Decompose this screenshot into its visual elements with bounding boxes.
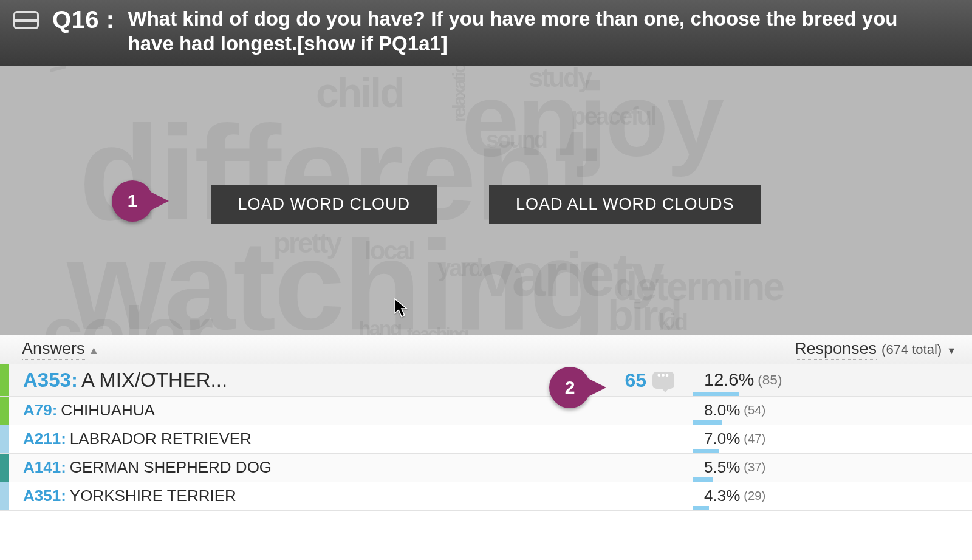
table-row[interactable]: A79:CHIHUAHUA8.0%(54) <box>0 397 972 425</box>
row-stripe <box>0 454 9 482</box>
response-count: (37) <box>744 460 765 474</box>
response-percent: 4.3% <box>704 487 740 505</box>
row-stripe <box>0 482 9 510</box>
table-row[interactable]: A351:YORKSHIRE TERRIER4.3%(29) <box>0 482 972 511</box>
answer-code: A351: <box>23 487 66 505</box>
response-count: (29) <box>744 489 765 503</box>
answer-text: YORKSHIRE TERRIER <box>70 487 236 505</box>
answers-header-label: Answers <box>22 340 85 360</box>
answer-code: A141: <box>23 458 66 477</box>
question-text: What kind of dog do you have? If you hav… <box>128 6 912 56</box>
bg-word: kid <box>659 309 686 335</box>
cursor-icon <box>394 298 409 319</box>
response-bar <box>693 449 719 453</box>
response-bar <box>693 506 709 510</box>
answer-text: GERMAN SHEPHERD DOG <box>70 458 272 477</box>
annotation-marker-2: 2 <box>549 367 590 408</box>
bg-word: local <box>364 236 414 265</box>
card-icon <box>13 11 39 29</box>
row-stripe <box>0 425 9 453</box>
comment-count[interactable]: 65 <box>625 369 674 392</box>
annotation-marker-1: 1 <box>112 180 153 222</box>
answer-cell: A351:YORKSHIRE TERRIER <box>9 487 693 505</box>
comment-icon <box>652 372 674 389</box>
response-cell: 7.0%(47) <box>693 425 972 453</box>
bg-word: peaceful <box>571 103 655 130</box>
load-word-cloud-button[interactable]: LOAD WORD CLOUD <box>211 185 437 224</box>
responses-header-label: Responses <box>795 340 877 360</box>
answer-cell: A211:LABRADOR RETRIEVER <box>9 429 693 448</box>
table-header: Answers ▲ Responses (674 total) ▼ <box>0 335 972 364</box>
response-percent: 7.0% <box>704 429 740 448</box>
answer-code: A79: <box>23 401 57 420</box>
response-percent: 8.0% <box>704 401 740 420</box>
answer-code: A211: <box>23 429 66 448</box>
response-cell: 4.3%(29) <box>693 482 972 510</box>
row-stripe <box>0 397 9 425</box>
response-cell: 12.6%(85) <box>693 364 972 396</box>
load-all-word-clouds-button[interactable]: LOAD ALL WORD CLOUDS <box>489 185 761 224</box>
answer-code: A353: <box>23 369 78 392</box>
response-percent: 12.6% <box>704 370 754 390</box>
table-row[interactable]: A353:A MIX/OTHER...65212.6%(85) <box>0 364 972 397</box>
answer-text: LABRADOR RETRIEVER <box>70 429 252 448</box>
answer-cell: A79:CHIHUAHUA <box>9 401 693 420</box>
responses-total-label: (674 total) <box>881 342 942 358</box>
comment-count-number: 65 <box>625 369 646 392</box>
bg-word: determine <box>614 264 783 309</box>
response-bar <box>693 420 722 425</box>
answer-cell: A141:GERMAN SHEPHERD DOG <box>9 458 693 477</box>
annotation-marker-2-number: 2 <box>565 377 575 398</box>
response-count: (85) <box>758 372 782 388</box>
responses-column-header[interactable]: Responses (674 total) ▼ <box>795 340 956 360</box>
bg-word: watchingthe <box>39 66 72 72</box>
bg-word: teaching <box>407 324 467 335</box>
wordcloud-area: different enjoy watching color study chi… <box>0 66 972 335</box>
answer-text: A MIX/OTHER... <box>81 369 227 392</box>
bg-word: pretty <box>273 227 340 259</box>
bg-word: study <box>529 66 590 93</box>
annotation-marker-1-number: 1 <box>128 191 138 211</box>
answer-text: CHIHUAHUA <box>61 401 155 420</box>
table-row[interactable]: A141:GERMAN SHEPHERD DOG5.5%(37) <box>0 454 972 482</box>
response-count: (47) <box>744 432 765 446</box>
bg-word: child <box>316 69 403 116</box>
bg-word: relaxation <box>449 66 470 123</box>
bg-word: hang <box>358 316 400 335</box>
sort-ascending-icon: ▲ <box>89 344 100 357</box>
answers-column-header[interactable]: Answers ▲ <box>22 340 795 360</box>
bg-word: yard <box>437 254 482 282</box>
question-code: Q16 : <box>52 7 115 32</box>
response-count: (54) <box>744 403 765 417</box>
bg-word: color <box>43 291 211 335</box>
response-cell: 8.0%(54) <box>693 397 972 425</box>
response-bar <box>693 392 739 396</box>
row-stripe <box>0 364 9 396</box>
bg-word: sound <box>486 127 546 153</box>
sort-descending-icon: ▼ <box>946 346 956 357</box>
table-row[interactable]: A211:LABRADOR RETRIEVER7.0%(47) <box>0 425 972 454</box>
answers-table-body: A353:A MIX/OTHER...65212.6%(85)A79:CHIHU… <box>0 364 972 511</box>
response-percent: 5.5% <box>704 458 740 477</box>
response-cell: 5.5%(37) <box>693 454 972 482</box>
question-header: Q16 : What kind of dog do you have? If y… <box>0 0 972 66</box>
response-bar <box>693 477 713 482</box>
